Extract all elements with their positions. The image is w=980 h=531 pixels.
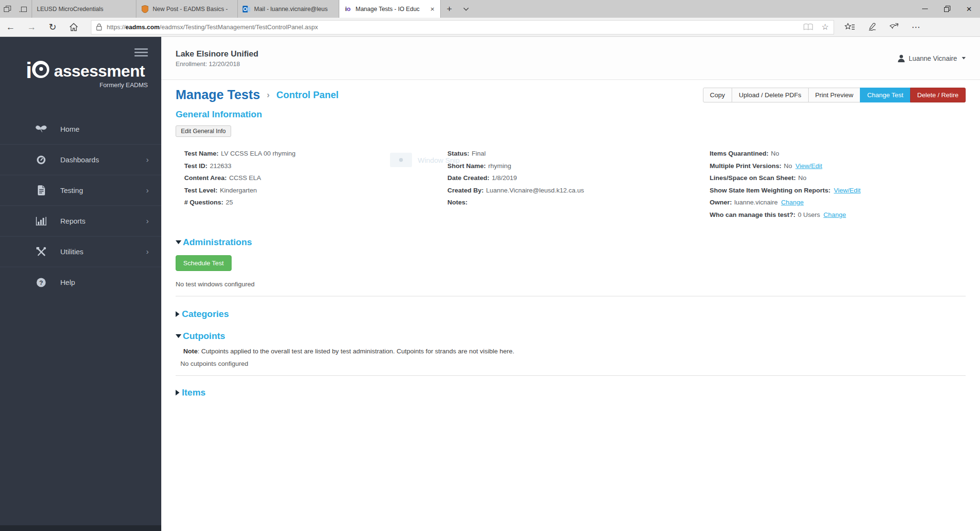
field-multiple-print-versions: Multiple Print Versions:NoView/Edit (710, 160, 861, 172)
chevron-right-icon: › (146, 155, 149, 165)
browser-tab-active-manage-tests[interactable]: io Manage Tests - IO Educ × (339, 0, 441, 18)
collapse-caret-icon (176, 240, 181, 244)
field-items-quarantined: Items Quarantined:No (710, 147, 861, 160)
tab-tools: ← (0, 0, 32, 18)
sidebar-item-dashboards[interactable]: Dashboards › (0, 144, 161, 175)
app-frame: i assessment Formerly EADMS Home Dashboa… (0, 37, 980, 531)
tab-list-dropdown-icon[interactable] (458, 0, 474, 18)
outlook-favicon-icon (243, 5, 250, 13)
tab-title: Manage Tests - IO Educ (356, 6, 425, 12)
tools-icon (35, 247, 47, 257)
field-test-id: Test ID:212633 (184, 160, 447, 172)
add-favorite-star-icon[interactable]: ☆ (822, 22, 829, 32)
field-who-can-manage: Who can manage this test?:0 UsersChange (710, 209, 861, 221)
sidebar-item-home[interactable]: Home (0, 113, 161, 144)
caret-down-icon (962, 57, 966, 59)
copy-button[interactable]: Copy (703, 88, 733, 102)
butterfly-home-icon (35, 125, 47, 133)
change-test-button[interactable]: Change Test (860, 88, 911, 102)
forward-icon[interactable]: → (21, 22, 42, 33)
browser-tab-strip: ← LEUSD MicroCredentials New Post - EADM… (0, 0, 980, 18)
cutpoints-section-header[interactable]: Cutpoints (176, 331, 966, 341)
tab-title: LEUSD MicroCredentials (37, 6, 131, 12)
view-edit-link[interactable]: View/Edit (795, 162, 822, 169)
back-icon[interactable]: ← (0, 22, 21, 33)
enrollment-date: Enrollment: 12/20/2018 (176, 60, 258, 68)
browser-tab-mail[interactable]: Mail - luanne.vicnaire@leus (238, 0, 339, 18)
url-text: https://eadms.com/eadmsx/Testing/TestMan… (107, 23, 803, 31)
action-button-group: Copy Upload / Delete PDFs Print Preview … (703, 88, 966, 102)
no-cutpoints-text: No cutpoints configured (176, 360, 966, 367)
lock-icon (96, 23, 102, 31)
io-assessment-logo: i assessment Formerly EADMS (0, 37, 161, 89)
window-controls: × (914, 0, 980, 18)
browser-tab-newpost[interactable]: New Post - EADMS Basics - (136, 0, 238, 18)
chevron-right-icon: › (146, 247, 149, 257)
info-column-2: Status:Final Short Name:rhyming Date Cre… (447, 147, 710, 221)
general-information-heading: General Information (176, 109, 262, 120)
items-section-header[interactable]: Items (176, 387, 966, 398)
hamburger-menu-icon[interactable] (134, 48, 148, 58)
sidebar-item-testing[interactable]: Testing › (0, 175, 161, 205)
change-owner-link[interactable]: Change (781, 199, 803, 206)
favorites-hub-icon[interactable] (845, 23, 855, 31)
browser-tab-leusd[interactable]: LEUSD MicroCredentials (32, 0, 136, 18)
sidebar-item-help[interactable]: ? Help (0, 267, 161, 297)
field-owner: Owner:luanne.vicnaireChange (710, 196, 861, 209)
print-preview-button[interactable]: Print Preview (808, 88, 861, 102)
delete-retire-button[interactable]: Delete / Retire (910, 88, 966, 102)
refresh-icon[interactable]: ↻ (42, 22, 63, 33)
view-edit-link[interactable]: View/Edit (834, 187, 861, 194)
user-menu[interactable]: Luanne Vicnaire (898, 55, 966, 62)
close-tab-icon[interactable]: × (429, 5, 435, 13)
annotate-pen-icon[interactable] (868, 23, 877, 31)
field-content-area: Content Area:CCSS ELA (184, 172, 447, 184)
edit-general-info-button[interactable]: Edit General Info (176, 125, 231, 137)
url-field[interactable]: https://eadms.com/eadmsx/Testing/TestMan… (91, 20, 834, 34)
collapse-caret-icon (176, 334, 181, 338)
sidebar-nav: Home Dashboards › Testing › Rep (0, 113, 161, 297)
toolbar-icons: ⋯ (845, 22, 921, 33)
reading-view-icon[interactable] (803, 23, 813, 31)
user-name: Luanne Vicnaire (909, 55, 957, 62)
restore-button[interactable] (936, 0, 958, 18)
sidebar: i assessment Formerly EADMS Home Dashboa… (0, 37, 161, 531)
field-lines-space-scan-sheet: Lines/Space on Scan Sheet:No (710, 172, 861, 184)
document-icon (35, 185, 47, 195)
cutpoints-note: Note: Cutpoints applied to the overall t… (176, 348, 966, 355)
district-name: Lake Elsinore Unified (176, 49, 258, 59)
close-window-button[interactable]: × (958, 0, 980, 18)
logo-eye-icon (32, 61, 49, 78)
change-managers-link[interactable]: Change (824, 211, 846, 218)
field-num-questions: # Questions:25 (184, 196, 447, 209)
sidebar-item-utilities[interactable]: Utilities › (0, 236, 161, 267)
sidebar-item-reports[interactable]: Reports › (0, 205, 161, 236)
tab-preview-icon[interactable] (4, 6, 12, 12)
schedule-test-button[interactable]: Schedule Test (176, 255, 232, 271)
section-divider (176, 375, 966, 376)
field-status: Status:Final (447, 147, 710, 160)
expand-caret-icon (176, 390, 179, 395)
info-column-3: Items Quarantined:No Multiple Print Vers… (710, 147, 861, 221)
info-column-1: Test Name:LV CCSS ELA 00 rhyming Test ID… (184, 147, 447, 221)
administrations-section-header[interactable]: Administrations (176, 237, 966, 248)
upload-delete-pdfs-button[interactable]: Upload / Delete PDFs (732, 88, 809, 102)
home-icon[interactable] (63, 23, 84, 31)
minimize-button[interactable] (914, 0, 936, 18)
page-content: Window Snip Manage Tests › Control Panel… (161, 80, 980, 531)
expand-caret-icon (176, 311, 179, 317)
section-divider (176, 296, 966, 296)
settings-more-icon[interactable]: ⋯ (912, 22, 921, 33)
share-icon[interactable] (890, 23, 899, 31)
new-tab-button[interactable]: + (441, 0, 458, 18)
categories-section-header[interactable]: Categories (176, 309, 966, 319)
logo-tagline: Formerly EADMS (26, 81, 149, 89)
field-test-level: Test Level:Kindergarten (184, 184, 447, 197)
site-header: Lake Elsinore Unified Enrollment: 12/20/… (161, 37, 980, 80)
field-notes: Notes: (447, 196, 710, 209)
field-state-item-weighting: Show State Item Weighting on Reports:Vie… (710, 184, 861, 197)
no-test-windows-text: No test windows configured (176, 281, 966, 288)
breadcrumb-separator: › (267, 90, 270, 100)
user-icon (898, 55, 905, 62)
set-tabs-aside-icon[interactable]: ← (19, 6, 28, 12)
